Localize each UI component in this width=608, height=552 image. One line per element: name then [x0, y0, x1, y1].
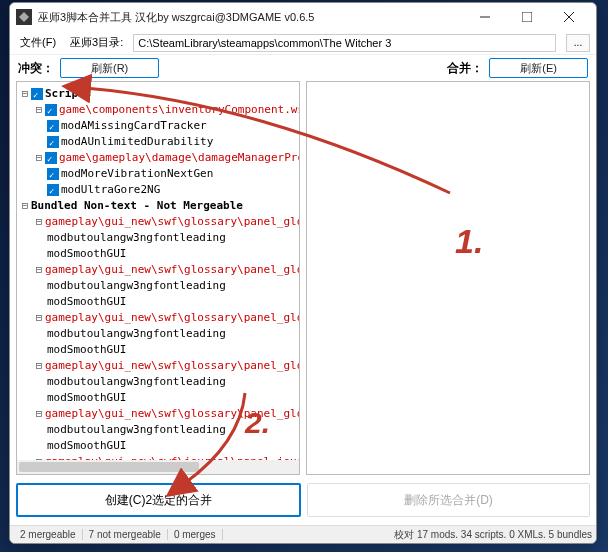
conflicts-panel[interactable]: ⊟Scripts ⊟game\components\inventoryCompo… — [16, 81, 300, 475]
menu-file[interactable]: 文件(F) — [16, 33, 60, 52]
tree-file[interactable]: gameplay\gui_new\swf\glossary\panel_glos… — [45, 311, 300, 324]
tree-mod[interactable]: modbutoulangw3ngfontleading — [47, 375, 226, 388]
conflict-label: 冲突： — [18, 60, 54, 77]
maximize-button[interactable] — [506, 3, 548, 31]
status-summary: 校对 17 mods. 34 scripts. 0 XMLs. 5 bundle… — [394, 528, 592, 542]
checkbox-checked-icon[interactable] — [47, 120, 59, 132]
minimize-button[interactable] — [464, 3, 506, 31]
tree-mod[interactable]: modSmoothGUI — [47, 247, 126, 260]
tree-file[interactable]: gameplay\gui_new\swf\glossary\panel_glos… — [45, 407, 300, 420]
tree-mod[interactable]: modbutoulangw3ngfontleading — [47, 327, 226, 340]
checkbox-checked-icon[interactable] — [31, 88, 43, 100]
merges-panel[interactable] — [306, 81, 590, 475]
tree-group[interactable]: Bundled Non-text - Not Mergeable — [31, 199, 243, 212]
menubar: 文件(F) 巫师3目录: ... — [10, 31, 596, 55]
tree-mod[interactable]: modSmoothGUI — [47, 343, 126, 356]
create-merge-button[interactable]: 创建(C)2选定的合并 — [16, 483, 301, 517]
tree-mod[interactable]: modbutoulangw3ngfontleading — [47, 423, 226, 436]
status-not-mergeable: 7 not mergeable — [83, 529, 168, 540]
checkbox-checked-icon[interactable] — [47, 168, 59, 180]
tree-mod[interactable]: modUltraGore2NG — [61, 183, 160, 196]
tree-mod[interactable]: modbutoulangw3ngfontleading — [47, 279, 226, 292]
browse-button[interactable]: ... — [566, 34, 590, 52]
collapse-icon[interactable]: ⊟ — [33, 358, 45, 374]
checkbox-checked-icon[interactable] — [47, 136, 59, 148]
statusbar: 2 mergeable 7 not mergeable 0 merges 校对 … — [10, 525, 596, 543]
merge-label: 合并： — [447, 60, 483, 77]
collapse-icon[interactable]: ⊟ — [33, 150, 45, 166]
tree-file[interactable]: gameplay\gui_new\swf\glossary\panel_glos… — [45, 359, 300, 372]
collapse-icon[interactable]: ⊟ — [33, 102, 45, 118]
collapse-icon[interactable]: ⊟ — [33, 214, 45, 230]
tree-mod[interactable]: modMoreVibrationNextGen — [61, 167, 213, 180]
refresh-e-button[interactable]: 刷新(E) — [489, 58, 588, 78]
collapse-icon[interactable]: ⊟ — [19, 198, 31, 214]
titlebar[interactable]: 巫师3脚本合并工具 汉化by wszgrcai@3DMGAME v0.6.5 — [10, 3, 596, 31]
tree-file[interactable]: game\gameplay\damage\damageManagerProces… — [59, 151, 300, 164]
scrollbar-thumb[interactable] — [19, 462, 199, 472]
collapse-icon[interactable]: ⊟ — [33, 406, 45, 422]
collapse-icon[interactable]: ⊟ — [19, 86, 31, 102]
window-title: 巫师3脚本合并工具 汉化by wszgrcai@3DMGAME v0.6.5 — [38, 10, 464, 25]
tree-mod[interactable]: modbutoulangw3ngfontleading — [47, 231, 226, 244]
tree-mod[interactable]: modSmoothGUI — [47, 391, 126, 404]
toolbar: 冲突： 刷新(R) 合并： 刷新(E) — [10, 55, 596, 81]
dir-label: 巫师3目录: — [70, 35, 123, 50]
conflicts-tree: ⊟Scripts ⊟game\components\inventoryCompo… — [17, 82, 299, 475]
app-icon — [16, 9, 32, 25]
tree-file[interactable]: game\components\inventoryComponent.ws — [59, 103, 300, 116]
checkbox-checked-icon[interactable] — [47, 184, 59, 196]
tree-mod[interactable]: modAUnlimitedDurability — [61, 135, 213, 148]
checkbox-checked-icon[interactable] — [45, 152, 57, 164]
tree-mod[interactable]: modSmoothGUI — [47, 439, 126, 452]
refresh-r-button[interactable]: 刷新(R) — [60, 58, 159, 78]
horizontal-scrollbar[interactable] — [17, 460, 299, 474]
status-merges: 0 merges — [168, 529, 223, 540]
tree-mod[interactable]: modSmoothGUI — [47, 295, 126, 308]
path-input[interactable] — [133, 34, 556, 52]
checkbox-checked-icon[interactable] — [45, 104, 57, 116]
tree-group[interactable]: Scripts — [45, 87, 91, 100]
main-window: 巫师3脚本合并工具 汉化by wszgrcai@3DMGAME v0.6.5 文… — [9, 2, 597, 544]
tree-file[interactable]: gameplay\gui_new\swf\glossary\panel_glos… — [45, 215, 300, 228]
tree-mod[interactable]: modAMissingCardTracker — [61, 119, 207, 132]
close-button[interactable] — [548, 3, 590, 31]
delete-merge-button: 删除所选合并(D) — [307, 483, 590, 517]
svg-rect-2 — [522, 12, 532, 22]
collapse-icon[interactable]: ⊟ — [33, 310, 45, 326]
collapse-icon[interactable]: ⊟ — [33, 262, 45, 278]
tree-file[interactable]: gameplay\gui_new\swf\glossary\panel_glos… — [45, 263, 300, 276]
status-mergeable: 2 mergeable — [14, 529, 83, 540]
